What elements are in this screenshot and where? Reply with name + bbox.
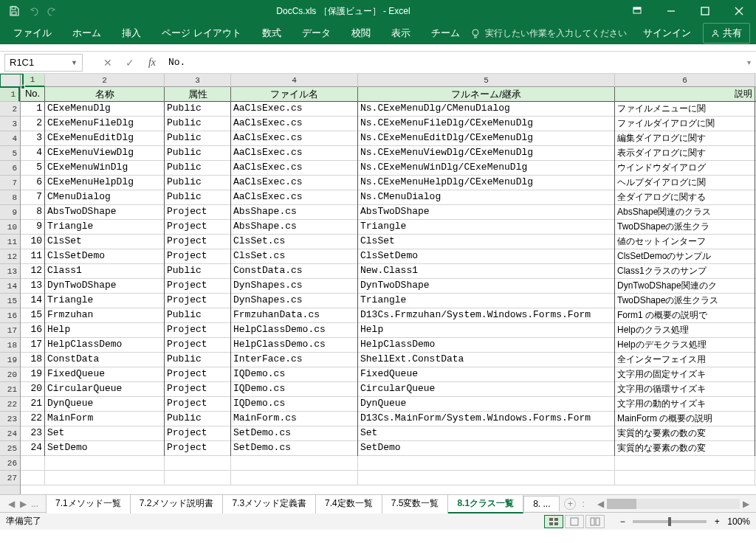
table-cell[interactable]: Project [165,397,231,412]
scroll-left-icon[interactable]: ◀ [595,499,607,509]
table-cell[interactable]: Project [165,441,231,456]
accept-formula-icon[interactable]: ✓ [120,57,140,69]
table-cell[interactable]: TwoDShapeの派生クラ [615,220,755,235]
table-cell[interactable]: 16 [21,323,45,338]
table-cell[interactable]: AbsShape.cs [231,220,358,235]
add-sheet-button[interactable]: + [564,498,576,510]
table-cell[interactable]: Public [165,117,231,131]
row-header[interactable]: 13 [0,264,20,279]
table-cell[interactable]: Project [165,294,231,308]
table-cell[interactable]: ShellExt.ConstData [358,353,615,367]
table-cell[interactable]: DynTwoDShape [45,279,165,294]
row-header[interactable]: 3 [0,117,20,131]
table-cell[interactable]: 20 [21,382,45,397]
table-cell[interactable]: Public [165,190,231,205]
table-cell[interactable]: TwoDShapeの派生クラス [615,294,755,308]
tab-ellipsis-left[interactable]: ... [30,499,40,509]
zoom-knob[interactable] [668,517,671,526]
table-cell[interactable]: Triangle [358,220,615,235]
table-header-cell[interactable]: フルネーム/継承 [358,87,615,102]
table-cell[interactable]: 14 [21,294,45,308]
row-header[interactable]: 20 [0,367,20,382]
table-cell[interactable]: 13 [21,279,45,294]
column-header[interactable]: 2 [45,74,165,87]
table-cell[interactable]: ClsSet.cs [231,235,358,249]
table-cell[interactable]: 12 [21,264,45,279]
table-cell[interactable]: SetDemo.cs [231,441,358,456]
table-cell[interactable]: Frmzuhan [45,308,165,323]
table-cell[interactable]: Public [165,412,231,426]
table-cell[interactable]: ClsSetDemo [45,249,165,264]
ribbon-tab[interactable]: 表示 [381,22,421,44]
table-cell[interactable]: ClsSetDemoのサンプル [615,249,755,264]
signin-link[interactable]: サインイン [631,27,703,40]
table-cell[interactable] [45,456,165,471]
table-cell[interactable]: Helpのクラス処理 [615,323,755,338]
table-cell[interactable]: HelpClassDemo [358,338,615,353]
table-cell[interactable]: 実質的な要素の数の変 [615,441,755,456]
table-cell[interactable]: 8 [21,205,45,220]
table-cell[interactable]: Project [165,367,231,382]
table-cell[interactable]: DynQueue [358,397,615,412]
view-page-break-icon[interactable] [585,515,605,528]
row-header[interactable]: 22 [0,397,20,412]
table-header-cell[interactable]: No. [21,87,45,102]
table-cell[interactable]: AaClsExec.cs [231,102,358,117]
table-cell[interactable]: IQDemo.cs [231,367,358,382]
table-cell[interactable]: New.Class1 [358,264,615,279]
formula-input[interactable] [162,54,741,72]
cancel-formula-icon[interactable]: ✕ [97,57,118,69]
table-cell[interactable]: Ns.CExeMenuWinDlg/CExeMenuDlg [358,161,615,176]
name-box[interactable]: R1C1 ▼ [4,54,83,72]
table-cell[interactable]: Project [165,205,231,220]
table-cell[interactable]: 全ダイアログに関する [615,190,755,205]
row-header[interactable]: 25 [0,441,20,456]
table-cell[interactable]: AbsTwoDShape [358,205,615,220]
view-page-layout-icon[interactable] [565,515,584,528]
table-cell[interactable]: FrmzuhanData.cs [231,308,358,323]
zoom-out-button[interactable]: − [616,516,628,527]
table-cell[interactable]: 1 [21,102,45,117]
sheet-tab[interactable]: 7.5変数一覧 [382,494,449,513]
column-header[interactable]: 5 [358,74,615,87]
table-cell[interactable]: CExeMenuDlg [45,102,165,117]
table-cell[interactable]: Project [165,279,231,294]
table-cell[interactable] [21,456,45,471]
table-cell[interactable]: 18 [21,353,45,367]
table-cell[interactable]: FixedQueue [358,367,615,382]
table-cell[interactable]: Help [45,323,165,338]
table-cell[interactable]: AbsShape.cs [231,205,358,220]
row-header[interactable]: 17 [0,323,20,338]
scroll-track[interactable] [607,499,740,509]
share-button[interactable]: 共有 [703,23,750,44]
undo-icon[interactable] [25,3,41,19]
scroll-thumb[interactable] [607,499,636,509]
zoom-in-button[interactable]: + [711,516,723,527]
table-cell[interactable] [231,471,358,485]
table-cell[interactable]: CExeMenuViewDlg [45,146,165,161]
table-cell[interactable]: AaClsExec.cs [231,190,358,205]
table-cell[interactable] [45,471,165,485]
table-cell[interactable]: Public [165,176,231,190]
expand-formula-icon[interactable]: ▾ [741,58,756,66]
table-cell[interactable]: Ns.CExeMenuEditDlg/CExeMenuDlg [358,131,615,146]
table-cell[interactable]: Triangle [358,294,615,308]
table-cell[interactable]: CExeMenuWinDlg [45,161,165,176]
table-cell[interactable]: ウインドウダイアログ [615,161,755,176]
table-cell[interactable]: CMenuDialog [45,190,165,205]
table-cell[interactable]: Project [165,249,231,264]
table-cell[interactable]: 2 [21,117,45,131]
table-cell[interactable]: Project [165,323,231,338]
table-cell[interactable]: 11 [21,249,45,264]
table-cell[interactable] [165,456,231,471]
table-cell[interactable]: AbsTwoDShape [45,205,165,220]
row-header[interactable]: 2 [0,102,20,117]
sheet-tab[interactable]: 7.4定数一覧 [316,494,382,513]
row-header[interactable]: 4 [0,131,20,146]
row-header[interactable]: 11 [0,235,20,249]
table-cell[interactable] [231,456,358,471]
table-cell[interactable]: Ns.CExeMenuDlg/CMenuDialog [358,102,615,117]
cell-grid[interactable]: No.名称属性ファイル名フルネーム/継承説明1CExeMenuDlgPublic… [21,87,756,494]
ribbon-tab[interactable]: 校閲 [341,22,381,44]
ribbon-tab[interactable]: ホーム [62,22,111,44]
